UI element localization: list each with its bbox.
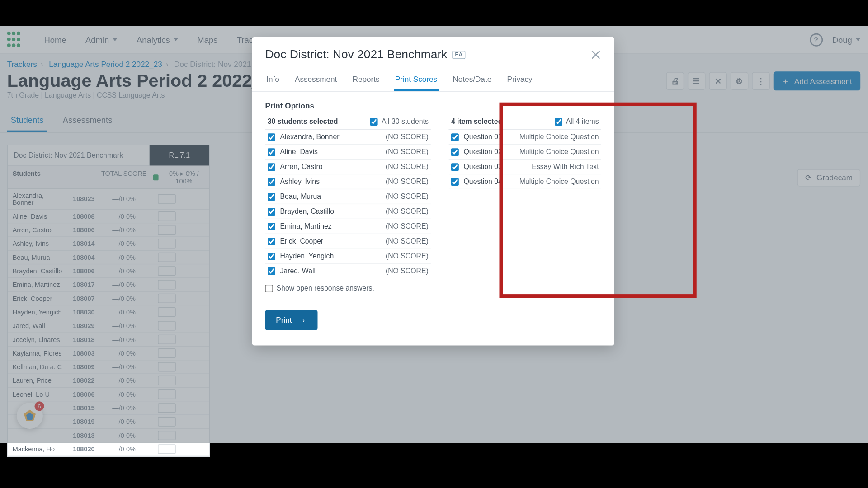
modal-tab[interactable]: Notes/Date: [452, 69, 493, 91]
student-row[interactable]: Hayden, Yengich(NO SCORE): [265, 249, 431, 264]
modal-tabs: InfoAssessmentReportsPrint ScoresNotes/D…: [252, 69, 614, 92]
all-items-checkbox[interactable]: All 4 items: [555, 117, 599, 126]
print-options-title: Print Options: [265, 101, 601, 110]
students-panel: 30 students selected All 30 students Ale…: [265, 116, 431, 276]
student-row[interactable]: Alexandra, Bonner(NO SCORE): [265, 130, 431, 145]
modal-tab[interactable]: Info: [265, 69, 281, 91]
print-button[interactable]: Print›: [265, 310, 318, 330]
student-row[interactable]: Erick, Cooper(NO SCORE): [265, 234, 431, 249]
chevron-right-icon: ›: [302, 317, 305, 324]
item-row[interactable]: Question 04Multiple Choice Question: [449, 174, 601, 189]
student-row[interactable]: Arren, Castro(NO SCORE): [265, 160, 431, 174]
student-row[interactable]: Ashley, Ivins(NO SCORE): [265, 174, 431, 189]
modal-tab[interactable]: Print Scores: [394, 69, 439, 91]
modal-tab[interactable]: Assessment: [293, 69, 338, 91]
students-selected-label: 30 students selected: [268, 117, 338, 126]
student-row[interactable]: Aline, Davis(NO SCORE): [265, 145, 431, 160]
modal-title: Doc District: Nov 2021 Benchmark EA: [265, 47, 466, 61]
print-scores-modal: Doc District: Nov 2021 Benchmark EA Info…: [252, 37, 614, 346]
student-row[interactable]: Beau, Murua(NO SCORE): [265, 189, 431, 204]
student-row[interactable]: Jared, Wall(NO SCORE): [265, 264, 431, 276]
table-row[interactable]: Mackenna, Ho108020—/0 0%: [8, 442, 209, 456]
show-open-response-checkbox[interactable]: Show open response answers.: [265, 284, 601, 292]
item-row[interactable]: Question 02Multiple Choice Question: [449, 145, 601, 160]
student-row[interactable]: Emina, Martinez(NO SCORE): [265, 219, 431, 234]
items-panel: 4 item selected All 4 items Question 01M…: [449, 116, 601, 276]
modal-tab[interactable]: Reports: [351, 69, 381, 91]
modal-tab[interactable]: Privacy: [506, 69, 533, 91]
item-row[interactable]: Question 01Multiple Choice Question: [449, 130, 601, 145]
item-row[interactable]: Question 03Essay With Rich Text: [449, 160, 601, 174]
all-students-checkbox[interactable]: All 30 students: [370, 117, 429, 126]
student-row[interactable]: Brayden, Castillo(NO SCORE): [265, 204, 431, 219]
items-selected-label: 4 item selected: [451, 117, 502, 126]
modal-close-button[interactable]: [590, 49, 601, 60]
ea-badge: EA: [452, 50, 466, 58]
